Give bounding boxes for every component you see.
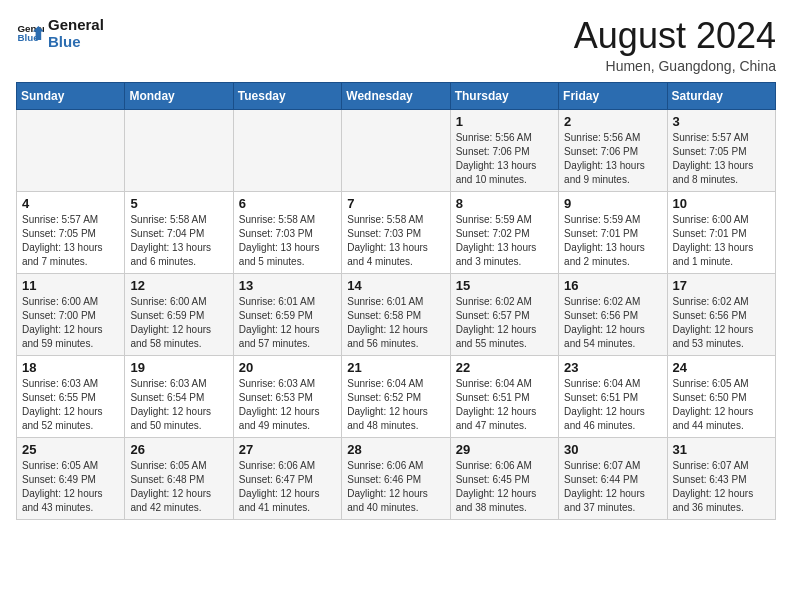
day-info: Sunrise: 6:01 AM Sunset: 6:59 PM Dayligh… xyxy=(239,295,336,351)
day-cell: 22Sunrise: 6:04 AM Sunset: 6:51 PM Dayli… xyxy=(450,355,558,437)
day-number: 7 xyxy=(347,196,444,211)
day-info: Sunrise: 6:04 AM Sunset: 6:52 PM Dayligh… xyxy=(347,377,444,433)
day-info: Sunrise: 6:04 AM Sunset: 6:51 PM Dayligh… xyxy=(456,377,553,433)
day-number: 24 xyxy=(673,360,770,375)
day-cell: 26Sunrise: 6:05 AM Sunset: 6:48 PM Dayli… xyxy=(125,437,233,519)
day-info: Sunrise: 6:03 AM Sunset: 6:54 PM Dayligh… xyxy=(130,377,227,433)
day-number: 10 xyxy=(673,196,770,211)
week-row-2: 4Sunrise: 5:57 AM Sunset: 7:05 PM Daylig… xyxy=(17,191,776,273)
day-number: 4 xyxy=(22,196,119,211)
day-number: 19 xyxy=(130,360,227,375)
header-thursday: Thursday xyxy=(450,82,558,109)
day-cell: 19Sunrise: 6:03 AM Sunset: 6:54 PM Dayli… xyxy=(125,355,233,437)
day-cell: 23Sunrise: 6:04 AM Sunset: 6:51 PM Dayli… xyxy=(559,355,667,437)
day-number: 29 xyxy=(456,442,553,457)
day-cell: 20Sunrise: 6:03 AM Sunset: 6:53 PM Dayli… xyxy=(233,355,341,437)
day-cell: 3Sunrise: 5:57 AM Sunset: 7:05 PM Daylig… xyxy=(667,109,775,191)
day-cell: 11Sunrise: 6:00 AM Sunset: 7:00 PM Dayli… xyxy=(17,273,125,355)
week-row-3: 11Sunrise: 6:00 AM Sunset: 7:00 PM Dayli… xyxy=(17,273,776,355)
day-number: 20 xyxy=(239,360,336,375)
day-info: Sunrise: 6:03 AM Sunset: 6:55 PM Dayligh… xyxy=(22,377,119,433)
title-block: August 2024 Humen, Guangdong, China xyxy=(574,16,776,74)
header-wednesday: Wednesday xyxy=(342,82,450,109)
day-cell: 5Sunrise: 5:58 AM Sunset: 7:04 PM Daylig… xyxy=(125,191,233,273)
day-info: Sunrise: 6:00 AM Sunset: 7:00 PM Dayligh… xyxy=(22,295,119,351)
header-tuesday: Tuesday xyxy=(233,82,341,109)
day-info: Sunrise: 6:05 AM Sunset: 6:50 PM Dayligh… xyxy=(673,377,770,433)
header-saturday: Saturday xyxy=(667,82,775,109)
logo-icon: General Blue xyxy=(16,19,44,47)
day-cell: 8Sunrise: 5:59 AM Sunset: 7:02 PM Daylig… xyxy=(450,191,558,273)
day-cell: 17Sunrise: 6:02 AM Sunset: 6:56 PM Dayli… xyxy=(667,273,775,355)
header-friday: Friday xyxy=(559,82,667,109)
page-header: General Blue General Blue August 2024 Hu… xyxy=(16,16,776,74)
day-cell: 27Sunrise: 6:06 AM Sunset: 6:47 PM Dayli… xyxy=(233,437,341,519)
location-subtitle: Humen, Guangdong, China xyxy=(574,58,776,74)
day-cell: 1Sunrise: 5:56 AM Sunset: 7:06 PM Daylig… xyxy=(450,109,558,191)
calendar-header-row: SundayMondayTuesdayWednesdayThursdayFrid… xyxy=(17,82,776,109)
day-cell: 30Sunrise: 6:07 AM Sunset: 6:44 PM Dayli… xyxy=(559,437,667,519)
day-cell: 12Sunrise: 6:00 AM Sunset: 6:59 PM Dayli… xyxy=(125,273,233,355)
day-info: Sunrise: 5:58 AM Sunset: 7:04 PM Dayligh… xyxy=(130,213,227,269)
day-number: 16 xyxy=(564,278,661,293)
day-number: 18 xyxy=(22,360,119,375)
day-cell: 15Sunrise: 6:02 AM Sunset: 6:57 PM Dayli… xyxy=(450,273,558,355)
day-info: Sunrise: 6:00 AM Sunset: 7:01 PM Dayligh… xyxy=(673,213,770,269)
day-cell: 24Sunrise: 6:05 AM Sunset: 6:50 PM Dayli… xyxy=(667,355,775,437)
day-number: 6 xyxy=(239,196,336,211)
day-info: Sunrise: 6:05 AM Sunset: 6:49 PM Dayligh… xyxy=(22,459,119,515)
day-cell: 7Sunrise: 5:58 AM Sunset: 7:03 PM Daylig… xyxy=(342,191,450,273)
header-sunday: Sunday xyxy=(17,82,125,109)
day-number: 13 xyxy=(239,278,336,293)
day-cell: 25Sunrise: 6:05 AM Sunset: 6:49 PM Dayli… xyxy=(17,437,125,519)
week-row-1: 1Sunrise: 5:56 AM Sunset: 7:06 PM Daylig… xyxy=(17,109,776,191)
day-info: Sunrise: 5:57 AM Sunset: 7:05 PM Dayligh… xyxy=(673,131,770,187)
day-info: Sunrise: 6:04 AM Sunset: 6:51 PM Dayligh… xyxy=(564,377,661,433)
day-number: 15 xyxy=(456,278,553,293)
day-number: 22 xyxy=(456,360,553,375)
day-number: 8 xyxy=(456,196,553,211)
day-info: Sunrise: 5:59 AM Sunset: 7:02 PM Dayligh… xyxy=(456,213,553,269)
day-info: Sunrise: 5:58 AM Sunset: 7:03 PM Dayligh… xyxy=(347,213,444,269)
day-cell xyxy=(233,109,341,191)
logo: General Blue General Blue xyxy=(16,16,104,51)
day-info: Sunrise: 5:56 AM Sunset: 7:06 PM Dayligh… xyxy=(456,131,553,187)
day-number: 2 xyxy=(564,114,661,129)
day-number: 26 xyxy=(130,442,227,457)
week-row-5: 25Sunrise: 6:05 AM Sunset: 6:49 PM Dayli… xyxy=(17,437,776,519)
day-info: Sunrise: 5:56 AM Sunset: 7:06 PM Dayligh… xyxy=(564,131,661,187)
day-cell: 31Sunrise: 6:07 AM Sunset: 6:43 PM Dayli… xyxy=(667,437,775,519)
day-number: 1 xyxy=(456,114,553,129)
day-info: Sunrise: 6:01 AM Sunset: 6:58 PM Dayligh… xyxy=(347,295,444,351)
day-cell: 16Sunrise: 6:02 AM Sunset: 6:56 PM Dayli… xyxy=(559,273,667,355)
day-cell: 28Sunrise: 6:06 AM Sunset: 6:46 PM Dayli… xyxy=(342,437,450,519)
day-number: 28 xyxy=(347,442,444,457)
day-info: Sunrise: 6:02 AM Sunset: 6:56 PM Dayligh… xyxy=(564,295,661,351)
day-cell: 9Sunrise: 5:59 AM Sunset: 7:01 PM Daylig… xyxy=(559,191,667,273)
day-info: Sunrise: 6:03 AM Sunset: 6:53 PM Dayligh… xyxy=(239,377,336,433)
day-info: Sunrise: 5:59 AM Sunset: 7:01 PM Dayligh… xyxy=(564,213,661,269)
day-number: 25 xyxy=(22,442,119,457)
day-number: 21 xyxy=(347,360,444,375)
week-row-4: 18Sunrise: 6:03 AM Sunset: 6:55 PM Dayli… xyxy=(17,355,776,437)
day-info: Sunrise: 6:05 AM Sunset: 6:48 PM Dayligh… xyxy=(130,459,227,515)
day-info: Sunrise: 6:06 AM Sunset: 6:47 PM Dayligh… xyxy=(239,459,336,515)
day-number: 23 xyxy=(564,360,661,375)
day-number: 30 xyxy=(564,442,661,457)
day-cell: 29Sunrise: 6:06 AM Sunset: 6:45 PM Dayli… xyxy=(450,437,558,519)
day-cell: 4Sunrise: 5:57 AM Sunset: 7:05 PM Daylig… xyxy=(17,191,125,273)
day-number: 27 xyxy=(239,442,336,457)
day-cell: 13Sunrise: 6:01 AM Sunset: 6:59 PM Dayli… xyxy=(233,273,341,355)
day-number: 17 xyxy=(673,278,770,293)
day-number: 3 xyxy=(673,114,770,129)
day-number: 12 xyxy=(130,278,227,293)
logo-blue: Blue xyxy=(48,33,104,50)
day-cell xyxy=(125,109,233,191)
day-cell: 10Sunrise: 6:00 AM Sunset: 7:01 PM Dayli… xyxy=(667,191,775,273)
day-cell: 21Sunrise: 6:04 AM Sunset: 6:52 PM Dayli… xyxy=(342,355,450,437)
day-cell: 2Sunrise: 5:56 AM Sunset: 7:06 PM Daylig… xyxy=(559,109,667,191)
header-monday: Monday xyxy=(125,82,233,109)
day-info: Sunrise: 5:58 AM Sunset: 7:03 PM Dayligh… xyxy=(239,213,336,269)
day-info: Sunrise: 6:07 AM Sunset: 6:43 PM Dayligh… xyxy=(673,459,770,515)
day-number: 14 xyxy=(347,278,444,293)
